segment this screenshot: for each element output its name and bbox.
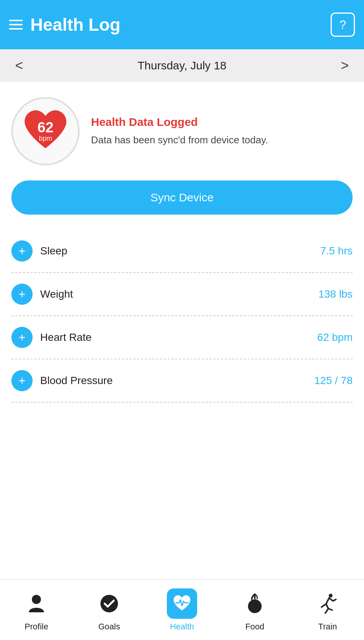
health-info: Health Data Logged Data has been sync'd … [91, 116, 353, 147]
goals-nav-label: Goals [98, 622, 120, 632]
plus-icon: + [19, 245, 26, 257]
blood-pressure-value: 125 / 78 [314, 375, 353, 387]
train-nav-label: Train [318, 622, 337, 632]
train-icon [312, 588, 343, 619]
bpm-label: bpm [39, 135, 52, 143]
health-status-title: Health Data Logged [91, 116, 353, 129]
weight-value: 138 lbs [318, 288, 353, 300]
svg-rect-4 [254, 594, 256, 599]
nav-item-profile[interactable]: Profile [0, 580, 73, 640]
plus-icon: + [19, 288, 26, 300]
goals-icon [94, 588, 124, 619]
header-left: Health Log [9, 14, 121, 35]
add-blood-pressure-button[interactable]: + [11, 370, 33, 391]
heart-rate-label: Heart Rate [40, 331, 310, 344]
heart-rate-display: 62 bpm [38, 120, 53, 143]
sync-device-button[interactable]: Sync Device [11, 180, 353, 215]
heart-rate-row: + Heart Rate 62 bpm [11, 316, 353, 359]
next-date-button[interactable]: > [337, 58, 353, 74]
health-icon [167, 588, 197, 619]
prev-date-button[interactable]: < [11, 58, 27, 74]
plus-icon: + [19, 375, 26, 387]
help-button[interactable]: ? [331, 13, 355, 37]
weight-row: + Weight 138 lbs [11, 273, 353, 316]
hamburger-menu[interactable] [9, 20, 23, 30]
current-date: Thursday, July 18 [138, 59, 227, 72]
main-content: 62 bpm Health Data Logged Data has been … [0, 82, 364, 579]
add-sleep-button[interactable]: + [11, 240, 33, 262]
svg-point-0 [32, 595, 41, 604]
add-weight-button[interactable]: + [11, 284, 33, 305]
blood-pressure-label: Blood Pressure [40, 375, 307, 387]
weight-label: Weight [40, 288, 311, 300]
profile-nav-label: Profile [25, 622, 48, 632]
plus-icon: + [19, 331, 26, 344]
food-icon [240, 588, 270, 619]
food-nav-label: Food [245, 622, 264, 632]
svg-point-5 [329, 594, 333, 598]
nav-item-train[interactable]: Train [291, 580, 364, 640]
page-title: Health Log [30, 14, 121, 35]
health-status-card: 62 bpm Health Data Logged Data has been … [11, 97, 353, 165]
svg-point-2 [100, 595, 118, 612]
sleep-value: 7.5 hrs [320, 245, 353, 257]
date-navigation: < Thursday, July 18 > [0, 49, 364, 82]
add-heart-rate-button[interactable]: + [11, 327, 33, 348]
metrics-list: + Sleep 7.5 hrs + Weight 138 lbs + Heart… [11, 230, 353, 403]
help-icon: ? [339, 18, 346, 32]
profile-icon [21, 588, 52, 619]
bottom-navigation: Profile Goals Health [0, 579, 364, 640]
heart-rate-value: 62 bpm [317, 331, 353, 344]
nav-item-health[interactable]: Health [146, 580, 218, 640]
heart-rate-circle: 62 bpm [11, 97, 80, 165]
nav-item-goals[interactable]: Goals [73, 580, 146, 640]
sleep-row: + Sleep 7.5 hrs [11, 230, 353, 273]
svg-point-3 [248, 599, 262, 613]
nav-item-food[interactable]: Food [218, 580, 291, 640]
sleep-label: Sleep [40, 245, 312, 257]
blood-pressure-row: + Blood Pressure 125 / 78 [11, 359, 353, 403]
health-nav-label: Health [170, 622, 194, 632]
health-status-desc: Data has been sync'd from device today. [91, 133, 353, 147]
app-header: Health Log ? [0, 0, 364, 49]
bpm-number: 62 [38, 120, 53, 135]
